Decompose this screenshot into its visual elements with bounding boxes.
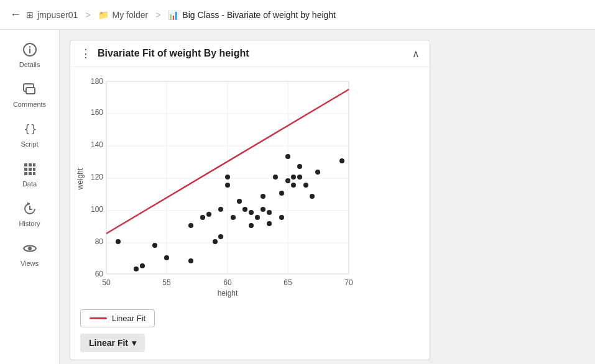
svg-rect-6 [24, 163, 27, 166]
svg-rect-14 [33, 172, 35, 175]
svg-point-46 [116, 239, 121, 244]
svg-point-71 [279, 215, 284, 220]
sidebar-item-script[interactable]: {} Script [0, 114, 59, 154]
svg-point-47 [134, 266, 139, 271]
svg-text:50: 50 [102, 278, 111, 287]
file-icon: 📊 [168, 10, 178, 20]
svg-text:160: 160 [91, 108, 103, 117]
svg-point-76 [291, 175, 296, 180]
svg-point-65 [255, 215, 260, 220]
scatter-chart: 60 80 100 120 140 160 180 50 55 60 65 70… [75, 72, 361, 302]
info-icon [21, 41, 39, 58]
svg-point-66 [261, 194, 265, 199]
svg-rect-11 [33, 168, 35, 171]
chart-header: ⋮ Bivariate Fit of weight By height ∧ [70, 40, 430, 67]
svg-text:100: 100 [91, 205, 103, 214]
svg-point-53 [200, 215, 205, 220]
svg-point-52 [188, 223, 193, 228]
linear-fit-label: Linear Fit [89, 338, 128, 348]
svg-text:120: 120 [91, 173, 103, 181]
svg-point-57 [218, 207, 223, 212]
svg-point-48 [140, 263, 145, 268]
legend-line-indicator [90, 317, 107, 319]
svg-point-51 [188, 258, 193, 263]
svg-rect-7 [29, 163, 32, 166]
svg-text:70: 70 [344, 278, 353, 287]
content-area: ⋮ Bivariate Fit of weight By height ∧ [60, 30, 595, 364]
svg-point-2 [29, 46, 30, 47]
svg-rect-12 [24, 172, 27, 175]
svg-point-75 [291, 183, 296, 188]
svg-rect-4 [26, 88, 35, 94]
svg-point-63 [249, 223, 254, 228]
svg-point-82 [339, 158, 344, 163]
svg-text:height: height [218, 289, 238, 298]
sidebar-item-views[interactable]: Views [0, 234, 59, 273]
svg-point-81 [315, 170, 320, 175]
svg-point-69 [267, 210, 272, 215]
svg-point-77 [297, 164, 302, 169]
script-icon: {} [21, 121, 39, 138]
chart-collapse-button[interactable]: ∧ [412, 48, 420, 60]
svg-point-59 [225, 183, 230, 188]
svg-rect-9 [24, 168, 27, 171]
main-area: Details Comments {} Script [0, 30, 595, 364]
workspace-icon: ⊞ [26, 10, 34, 20]
svg-text:80: 80 [95, 237, 104, 246]
chart-panel: ⋮ Bivariate Fit of weight By height ∧ [70, 40, 430, 360]
chart-svg-container: 60 80 100 120 140 160 180 50 55 60 65 70… [70, 67, 430, 304]
svg-text:65: 65 [284, 278, 292, 287]
svg-point-78 [297, 175, 302, 180]
svg-point-55 [213, 239, 218, 244]
svg-text:180: 180 [91, 77, 103, 86]
top-navigation: ← ⊞ jmpuser01 > 📁 My folder > 📊 Big Clas… [0, 0, 595, 30]
svg-point-60 [231, 215, 236, 220]
svg-text:60: 60 [223, 278, 232, 287]
sep2: > [155, 10, 160, 20]
svg-rect-8 [33, 163, 35, 166]
sidebar-item-comments[interactable]: Comments [0, 75, 59, 114]
svg-text:{}: {} [24, 122, 37, 135]
breadcrumb-file[interactable]: 📊 Big Class - Bivariate of weight by hei… [168, 10, 336, 20]
linear-fit-dropdown-button[interactable]: Linear Fit ▾ [80, 334, 145, 352]
breadcrumb-workspace[interactable]: ⊞ jmpuser01 [26, 10, 78, 20]
svg-point-79 [303, 183, 308, 188]
legend-box: Linear Fit [80, 309, 155, 327]
svg-point-56 [218, 234, 223, 239]
fit-section: Linear Fit Linear Fit ▾ [70, 304, 430, 360]
comments-icon [21, 81, 39, 98]
legend-label: Linear Fit [112, 314, 145, 323]
svg-point-68 [267, 221, 272, 226]
sidebar-item-history[interactable]: History [0, 194, 59, 234]
svg-text:weight: weight [76, 168, 85, 190]
sep1: > [85, 10, 90, 20]
sidebar-item-details[interactable]: Details [0, 35, 59, 75]
svg-point-61 [237, 199, 242, 204]
svg-point-80 [310, 194, 315, 199]
svg-point-67 [261, 207, 265, 212]
svg-text:140: 140 [91, 140, 103, 149]
svg-point-49 [152, 243, 157, 248]
data-icon [21, 160, 39, 178]
svg-point-17 [28, 247, 32, 250]
svg-point-74 [285, 178, 290, 183]
svg-point-73 [285, 154, 290, 159]
svg-text:60: 60 [95, 270, 104, 278]
back-button[interactable]: ← [10, 8, 21, 21]
chart-menu-button[interactable]: ⋮ [80, 47, 91, 60]
svg-rect-10 [29, 168, 32, 171]
chart-title: Bivariate Fit of weight By height [98, 48, 249, 59]
svg-point-70 [273, 175, 278, 180]
svg-point-64 [249, 210, 254, 215]
chevron-down-icon: ▾ [132, 338, 136, 348]
breadcrumb-folder[interactable]: 📁 My folder [98, 10, 149, 20]
history-icon [21, 200, 39, 217]
views-icon [21, 240, 39, 257]
svg-point-50 [164, 255, 169, 260]
svg-point-58 [225, 175, 230, 180]
svg-point-72 [279, 191, 284, 196]
sidebar: Details Comments {} Script [0, 30, 60, 364]
chart-header-left: ⋮ Bivariate Fit of weight By height [80, 47, 249, 60]
sidebar-item-data[interactable]: Data [0, 154, 59, 194]
folder-icon: 📁 [98, 10, 109, 20]
